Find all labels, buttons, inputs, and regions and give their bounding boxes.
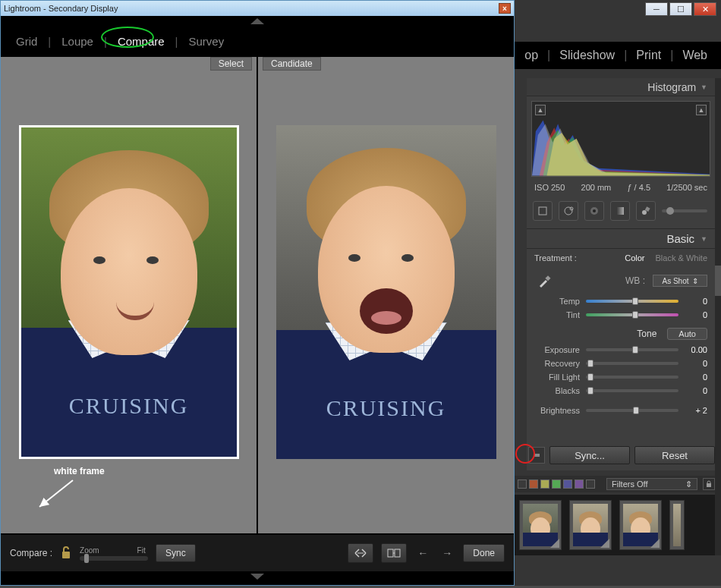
brush-size-slider[interactable] [662, 209, 707, 212]
dropdown-icon: ⇕ [692, 277, 698, 285]
recovery-label: Recovery [534, 359, 580, 368]
filmstrip-thumb[interactable] [619, 500, 662, 550]
window-close-button[interactable]: ✕ [694, 2, 716, 16]
module-picker: op | Slideshow | Print | Web [515, 42, 721, 69]
right-edge [715, 78, 721, 555]
filmstrip-thumb[interactable] [519, 500, 562, 550]
filter-color-purple[interactable] [575, 480, 584, 489]
panel-resize-handle[interactable] [715, 266, 721, 296]
spot-tool[interactable] [559, 201, 578, 221]
filllight-value[interactable]: 0 [685, 373, 707, 382]
lock-icon[interactable] [60, 545, 72, 562]
brightness-value[interactable]: + 2 [685, 406, 707, 415]
tone-label: Tone [637, 329, 656, 339]
crop-tool[interactable] [533, 201, 553, 221]
done-button[interactable]: Done [463, 544, 505, 562]
filters-label: Filters Off [612, 480, 647, 489]
tone-header: Tone Auto [527, 322, 715, 343]
next-candidate-button[interactable]: → [439, 547, 455, 559]
panel-expand-top[interactable] [1, 16, 514, 27]
filters-dropdown[interactable]: Filters Off ⇕ [606, 478, 697, 490]
recovery-value[interactable]: 0 [685, 359, 707, 368]
shirt-text: CRUISING [21, 393, 237, 419]
filllight-slider[interactable] [586, 376, 678, 379]
svg-rect-0 [539, 207, 546, 215]
filllight-row: Fill Light 0 [527, 370, 715, 384]
swap-button[interactable] [348, 543, 373, 563]
wb-eyedropper[interactable] [534, 270, 556, 291]
filter-lock[interactable] [703, 478, 715, 490]
brightness-label: Brightness [534, 406, 580, 415]
filter-color-blue[interactable] [563, 480, 572, 489]
temp-value[interactable]: 0 [685, 297, 707, 306]
collapse-icon: ▼ [701, 235, 707, 243]
exif-shutter: 1/2500 sec [666, 183, 707, 192]
maximize-button[interactable]: ☐ [669, 2, 692, 16]
tint-slider[interactable] [586, 313, 678, 316]
filmstrip-thumb-partial[interactable] [669, 500, 685, 550]
grad-tool[interactable] [610, 201, 630, 221]
auto-tone-button[interactable]: Auto [667, 328, 707, 340]
compare-label: Compare : [10, 548, 52, 558]
compare-area: Select CRUISING white frame [1, 55, 514, 535]
title-bar[interactable]: Lightroom - Secondary Display × [1, 1, 514, 16]
exposure-label: Exposure [534, 345, 580, 354]
module-slideshow[interactable]: Slideshow [559, 49, 615, 62]
redeye-tool[interactable] [584, 201, 604, 221]
mode-grid[interactable]: Grid [16, 35, 37, 48]
blacks-slider[interactable] [586, 389, 678, 392]
brightness-slider[interactable] [586, 409, 678, 412]
wb-value: As Shot [662, 277, 688, 285]
develop-right-panel: Histogram ▼ ▲ ▲ ISO 250 200 mm ƒ / 4.5 1… [527, 78, 715, 470]
filter-color-red[interactable] [529, 480, 538, 489]
filter-color-none[interactable] [518, 480, 527, 489]
module-develop-partial[interactable]: op [524, 49, 538, 62]
dropdown-icon: ⇕ [685, 480, 692, 489]
svg-rect-15 [388, 549, 393, 557]
sync-zoom-button[interactable]: Sync [156, 544, 196, 562]
treatment-color[interactable]: Color [625, 253, 644, 263]
make-select-button[interactable] [381, 543, 407, 563]
compare-toolbar: Compare : Zoom Fit Sync ← → Done [1, 535, 514, 571]
separator: | [624, 49, 627, 62]
exposure-slider[interactable] [586, 348, 678, 351]
filmstrip-thumb[interactable] [569, 500, 612, 550]
panel-expand-bottom[interactable] [1, 571, 514, 582]
svg-rect-10 [707, 483, 711, 487]
tint-value[interactable]: 0 [685, 310, 707, 319]
exposure-value[interactable]: 0.00 [685, 345, 707, 354]
blacks-label: Blacks [534, 386, 580, 395]
prev-candidate-button[interactable]: ← [414, 547, 431, 559]
wb-dropdown[interactable]: As Shot ⇕ [653, 275, 707, 287]
basic-header[interactable]: Basic ▼ [527, 229, 715, 249]
module-print[interactable]: Print [636, 49, 661, 62]
close-button[interactable]: × [499, 3, 511, 14]
filter-color-green[interactable] [552, 480, 561, 489]
candidate-pane: Candidate CRUISING [257, 57, 514, 533]
filmstrip[interactable] [515, 495, 715, 555]
blacks-value[interactable]: 0 [685, 386, 707, 395]
zoom-slider[interactable] [80, 556, 148, 561]
filter-color-yellow[interactable] [540, 480, 549, 489]
candidate-photo[interactable]: CRUISING [276, 125, 496, 459]
histogram[interactable]: ▲ ▲ [531, 101, 710, 177]
treatment-bw[interactable]: Black & White [656, 253, 707, 263]
svg-line-12 [39, 480, 73, 507]
tool-strip [527, 198, 715, 229]
reset-button[interactable]: Reset [634, 446, 715, 464]
mode-compare[interactable]: Compare [118, 35, 165, 48]
temp-slider[interactable] [586, 300, 678, 303]
mode-loupe[interactable]: Loupe [61, 35, 93, 48]
recovery-slider[interactable] [586, 362, 678, 365]
histogram-header[interactable]: Histogram ▼ [527, 78, 715, 96]
module-web[interactable]: Web [682, 49, 707, 62]
exif-row: ISO 250 200 mm ƒ / 4.5 1/2500 sec [527, 181, 715, 198]
sync-button[interactable]: Sync... [549, 446, 630, 464]
mode-survey[interactable]: Survey [188, 35, 224, 48]
treatment-row: Treatment : Color Black & White [527, 249, 715, 267]
brush-tool[interactable] [636, 201, 656, 221]
minimize-button[interactable]: ─ [645, 2, 668, 16]
panel-switch-toggle[interactable] [528, 447, 545, 464]
filter-color-custom[interactable] [586, 480, 595, 489]
select-photo[interactable]: CRUISING [19, 125, 239, 459]
